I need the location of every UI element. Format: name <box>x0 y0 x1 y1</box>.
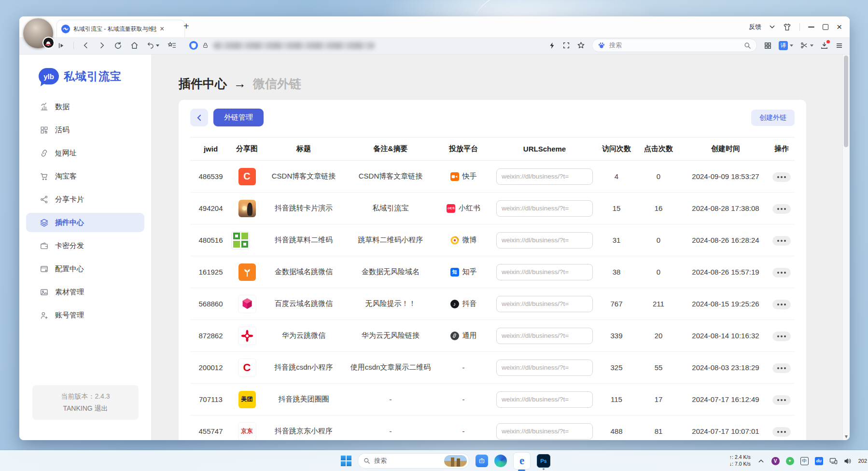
tray-app-green-icon[interactable]: ✦ <box>786 457 794 465</box>
cell-visits: 325 <box>599 363 634 372</box>
address-bar[interactable] <box>189 37 375 54</box>
urlscheme-input[interactable] <box>496 328 593 344</box>
url-text-redacted[interactable] <box>213 42 375 49</box>
translate-icon[interactable]: 译 <box>779 41 793 50</box>
reload-icon[interactable] <box>114 42 122 50</box>
sidebar-item-label: 数据 <box>55 102 70 111</box>
share-image-caoliao-icon <box>231 231 250 249</box>
start-button-icon[interactable] <box>341 456 351 466</box>
urlscheme-input[interactable] <box>496 423 593 440</box>
row-actions-button[interactable] <box>772 332 791 341</box>
sidebar-item-淘宝客[interactable]: 淘宝客 <box>26 166 144 186</box>
tray-app-v-icon[interactable]: V <box>771 457 780 465</box>
sidebar-item-卡密分发[interactable]: 卡密分发 <box>26 236 144 255</box>
row-actions-button[interactable] <box>772 363 791 373</box>
sidebar-item-素材管理[interactable]: 素材管理 <box>26 282 144 302</box>
urlscheme-input[interactable] <box>496 296 593 312</box>
cell-jwid: 568860 <box>190 300 231 308</box>
cell-jwid: 872862 <box>190 332 231 340</box>
window-close-button[interactable]: × <box>837 22 842 31</box>
breadcrumb: 插件中心 → 微信外链 <box>179 76 301 92</box>
tray-expand-chevron-icon[interactable] <box>757 457 765 465</box>
row-actions-button[interactable] <box>772 268 791 277</box>
sidebar-item-账号管理[interactable]: 账号管理 <box>26 305 144 325</box>
breadcrumb-current: 微信外链 <box>253 76 301 92</box>
row-actions-button[interactable] <box>772 427 791 437</box>
column-header-操作: 操作 <box>769 144 795 153</box>
cell-platform: - <box>436 363 490 372</box>
browser-search-box[interactable]: 搜索 <box>592 39 757 52</box>
baidu-ime-icon[interactable]: du <box>815 457 823 465</box>
cell-clicks: 55 <box>634 363 683 372</box>
feedback-button[interactable]: 反馈 <box>749 23 761 31</box>
urlscheme-input[interactable] <box>496 264 593 280</box>
row-actions-button[interactable] <box>772 300 791 309</box>
photoshop-icon[interactable]: Ps <box>537 454 550 468</box>
create-link-button[interactable]: 创建外链 <box>751 110 795 126</box>
network-speed[interactable]: ↑: 2.4 K/s↓: 7.0 K/s <box>729 454 751 467</box>
row-actions-button[interactable] <box>772 204 791 214</box>
share-image-huawei-icon <box>238 327 256 345</box>
active-browser-icon[interactable]: e <box>513 452 531 470</box>
clock-partial[interactable]: 202 <box>858 458 867 464</box>
page-scrollbar[interactable]: ▼ <box>842 55 850 440</box>
input-method-icon[interactable]: 中 <box>800 457 809 465</box>
sidebar-item-分享卡片[interactable]: 分享卡片 <box>26 190 144 209</box>
back-button[interactable] <box>190 109 208 126</box>
sidebar-item-短网址[interactable]: 短网址 <box>26 143 144 163</box>
screenshot-icon[interactable] <box>562 42 570 49</box>
tab-close-icon[interactable]: × <box>160 25 164 33</box>
home-icon[interactable] <box>130 42 139 50</box>
site-safety-shield-icon[interactable] <box>189 41 198 50</box>
downloads-icon[interactable] <box>820 42 828 50</box>
urlscheme-input[interactable] <box>496 232 593 249</box>
urlscheme-input[interactable] <box>496 360 593 376</box>
scrollbar-down-arrow[interactable]: ▼ <box>843 434 850 439</box>
window-minimize-button[interactable] <box>808 27 814 28</box>
row-actions-button[interactable] <box>772 395 791 405</box>
menu-icon[interactable] <box>835 42 843 49</box>
sidebar-item-插件中心[interactable]: 插件中心 <box>26 213 144 232</box>
favorite-star-icon[interactable] <box>577 42 585 49</box>
urlscheme-input[interactable] <box>496 200 593 217</box>
urlscheme-input[interactable] <box>496 168 593 185</box>
share-icon <box>39 194 49 204</box>
sidebar-toggle-icon[interactable] <box>58 42 65 49</box>
share-image-csdn-orange-icon: C <box>238 168 256 185</box>
cell-clicks: 17 <box>634 395 683 403</box>
cell-note: 跳草料二维码小程序 <box>345 236 436 245</box>
cell-created: 2024-08-15 19:25:26 <box>683 300 769 308</box>
undo-icon[interactable] <box>147 42 159 49</box>
logout-link[interactable]: 退出 <box>95 404 108 412</box>
cell-created: 2024-09-09 18:53:27 <box>683 172 769 180</box>
forward-icon[interactable] <box>98 42 106 49</box>
sidebar-item-配置中心[interactable]: 配置中心 <box>26 259 144 278</box>
volume-icon[interactable] <box>844 457 852 465</box>
qr-icon <box>39 125 49 135</box>
row-actions-button[interactable] <box>772 236 791 246</box>
sidebar-item-数据[interactable]: 数据 <box>26 97 144 116</box>
tab-link-management[interactable]: 外链管理 <box>213 109 264 126</box>
feedback-chevron-icon[interactable] <box>770 25 775 28</box>
row-actions-button[interactable] <box>772 172 791 182</box>
flash-boost-icon[interactable] <box>549 42 556 49</box>
app-sidebar: ylb 私域引流宝 数据活码短网址淘宝客分享卡片插件中心卡密分发配置中心素材管理… <box>19 55 151 440</box>
cast-devices-icon[interactable] <box>829 457 838 465</box>
scissors-capture-icon[interactable] <box>800 42 813 49</box>
new-tab-button[interactable]: + <box>183 21 189 32</box>
back-icon[interactable] <box>82 42 90 49</box>
scrollbar-thumb[interactable] <box>844 55 848 147</box>
edge-browser-icon[interactable] <box>494 455 507 467</box>
window-maximize-button[interactable] <box>823 24 828 30</box>
theme-shirt-icon[interactable] <box>783 23 791 31</box>
favorites-icon[interactable] <box>168 42 176 49</box>
sidebar-item-活码[interactable]: 活码 <box>26 120 144 139</box>
content-card: 外链管理 创建外链 jwid分享图标题备注&摘要投放平台URLScheme访问次… <box>179 100 806 440</box>
taskbar-search-box[interactable]: 搜索 <box>358 453 469 469</box>
apps-grid-icon[interactable] <box>764 42 772 50</box>
urlscheme-input[interactable] <box>496 391 593 408</box>
browser-profile-avatar[interactable] <box>23 18 53 48</box>
platform-label: 快手 <box>462 172 477 181</box>
browser-tab[interactable]: 私域引流宝 - 私域流量获取与维护 × <box>56 20 185 38</box>
microsoft-store-icon[interactable] <box>476 455 488 467</box>
